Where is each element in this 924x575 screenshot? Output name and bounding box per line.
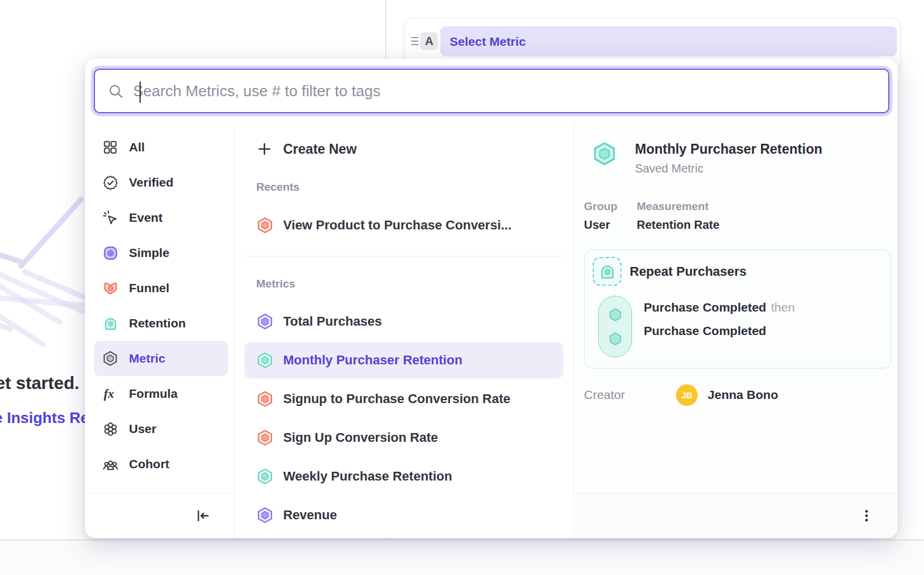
metric-item-revenue[interactable]: Revenue <box>244 497 563 533</box>
create-new-label: Create New <box>283 141 356 157</box>
event-step-2: Purchase Completed <box>644 324 766 338</box>
more-options-button[interactable] <box>856 505 877 526</box>
event-hexagon-icon <box>607 331 623 347</box>
sidebar-item-funnel[interactable]: Funnel <box>94 270 228 306</box>
app-screen: et started. e Insights Re A Select Metri… <box>0 0 924 575</box>
metric-item-label: Weekly Purchase Retention <box>283 469 452 484</box>
metric-hexagon-icon-teal <box>592 141 617 167</box>
search-icon <box>108 83 124 99</box>
background-line-decoration <box>0 191 88 393</box>
sidebar-item-label: Simple <box>129 246 169 260</box>
retention-arch-icon <box>101 314 119 332</box>
sidebar-footer <box>85 493 235 538</box>
get-started-text: et started. <box>0 373 79 393</box>
sidebar-item-label: All <box>129 140 145 154</box>
creator-name: Jenna Bono <box>708 388 778 402</box>
verified-badge-icon <box>101 174 119 191</box>
detail-footer <box>574 493 898 538</box>
collapse-sidebar-button[interactable] <box>192 505 213 526</box>
metric-item-label: Monthly Purchaser Retention <box>283 353 463 368</box>
metric-item-weekly-purchase-retention[interactable]: Weekly Purchase Retention <box>244 458 563 495</box>
metric-item-sign-up-conversion-rate[interactable]: Sign Up Conversion Rate <box>244 420 563 456</box>
recent-metric-label: View Product to Purchase Conversi... <box>283 218 512 233</box>
metric-letter-badge: A <box>420 32 438 50</box>
sidebar-item-all[interactable]: All <box>94 130 228 165</box>
sidebar-item-simple[interactable]: Simple <box>94 235 228 270</box>
sidebar-item-user[interactable]: User <box>94 411 228 447</box>
then-word: then <box>771 300 795 314</box>
detail-title: Monthly Purchaser Retention <box>635 141 822 157</box>
section-divider <box>244 256 563 256</box>
svg-text:fx: fx <box>104 387 114 401</box>
sidebar-item-cohort[interactable]: Cohort <box>94 447 228 482</box>
metric-detail-panel: Monthly Purchaser Retention Saved Metric… <box>573 123 898 538</box>
sidebar-item-event[interactable]: Event <box>94 200 228 235</box>
background-footer-strip <box>0 540 924 575</box>
event-sequence-text: Purchase Completed then Purchase Complet… <box>644 296 795 343</box>
select-metric-button[interactable]: Select Metric <box>440 26 897 56</box>
kebab-menu-icon <box>860 509 874 523</box>
event-sequence-capsule <box>598 296 632 357</box>
event-step-1: Purchase Completed <box>644 300 766 314</box>
metric-item-label: Total Purchases <box>283 314 382 329</box>
type-filter-sidebar: All Verified <box>85 123 235 538</box>
cohort-people-icon <box>101 455 119 473</box>
metric-list-panel: Create New Recents View Product to Purch… <box>235 123 573 538</box>
create-new-button[interactable]: Create New <box>244 135 563 163</box>
drag-handle-icon[interactable] <box>409 26 420 56</box>
behavior-title: Repeat Purchasers <box>630 264 746 279</box>
creator-label: Creator <box>584 388 625 402</box>
sidebar-item-label: Event <box>129 211 162 225</box>
metric-picker-modal: All Verified <box>85 59 898 538</box>
creator-avatar: JB <box>676 384 698 406</box>
recents-header: Recents <box>244 180 563 195</box>
group-value: User <box>584 218 637 232</box>
group-label: Group <box>584 199 637 214</box>
event-cursor-icon <box>101 209 119 226</box>
metric-item-total-purchases[interactable]: Total Purchases <box>244 303 563 340</box>
hexagon-icon-orange <box>256 390 274 408</box>
grid-icon <box>101 138 119 156</box>
sidebar-item-verified[interactable]: Verified <box>94 165 228 200</box>
event-hexagon-icon <box>607 307 623 323</box>
metric-item-label: Revenue <box>283 508 337 523</box>
sidebar-item-label: Metric <box>129 351 165 366</box>
metrics-header: Metrics <box>244 276 563 292</box>
search-input[interactable] <box>124 70 888 112</box>
text-cursor <box>140 82 141 103</box>
metric-hexagon-icon <box>101 350 119 367</box>
sidebar-item-label: User <box>129 422 157 436</box>
metric-item-signup-to-purchase-conversion-rate[interactable]: Signup to Purchase Conversion Rate <box>244 381 563 417</box>
creator-row: Creator JB Jenna Bono <box>584 384 891 406</box>
detail-subtitle: Saved Metric <box>635 161 822 176</box>
insights-report-link[interactable]: e Insights Re <box>0 409 89 427</box>
sidebar-item-formula[interactable]: fx Formula <box>94 376 228 411</box>
simple-square-icon <box>101 244 119 262</box>
sidebar-item-label: Formula <box>129 387 178 401</box>
user-cluster-icon <box>101 420 119 438</box>
search-box <box>94 69 889 113</box>
sidebar-item-label: Retention <box>129 316 186 330</box>
hexagon-icon-purple <box>256 506 274 524</box>
hexagon-icon-teal <box>256 351 274 369</box>
metric-item-label: Signup to Purchase Conversion Rate <box>283 391 511 407</box>
metric-item-label: Sign Up Conversion Rate <box>283 430 438 445</box>
behavior-definition-card: Repeat Purchasers Purchase Completed <box>584 249 891 368</box>
measurement-value: Retention Rate <box>637 218 719 232</box>
funnel-icon <box>101 279 119 297</box>
group-measurement-row: Group User Measurement Retention Rate <box>584 199 891 232</box>
detail-header: Monthly Purchaser Retention Saved Metric <box>584 141 891 176</box>
hexagon-icon-teal <box>256 468 274 485</box>
measurement-label: Measurement <box>637 199 719 214</box>
sidebar-item-metric[interactable]: Metric <box>94 341 228 376</box>
collapse-left-arrow-icon <box>195 508 211 524</box>
hexagon-icon-purple <box>256 313 274 330</box>
sidebar-item-label: Verified <box>129 175 174 190</box>
recent-metric-item[interactable]: View Product to Purchase Conversi... <box>244 208 563 243</box>
sidebar-item-retention[interactable]: Retention <box>94 306 228 341</box>
hexagon-icon-orange <box>256 429 274 447</box>
sidebar-item-label: Funnel <box>129 281 169 295</box>
plus-icon <box>256 141 273 157</box>
metric-item-monthly-purchaser-retention[interactable]: Monthly Purchaser Retention <box>244 342 563 378</box>
sidebar-item-label: Cohort <box>129 457 169 471</box>
